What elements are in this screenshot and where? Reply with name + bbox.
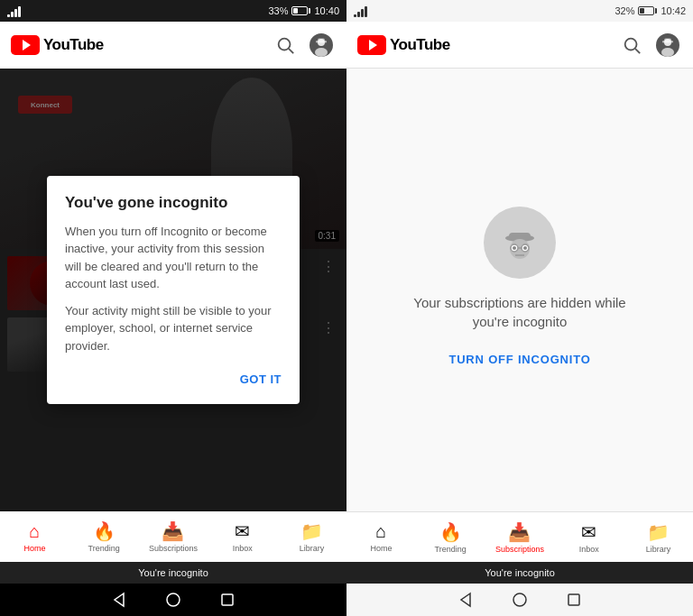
right-search-button[interactable] [617, 31, 646, 60]
nav-home-label: Home [23, 544, 45, 553]
right-back-button[interactable] [457, 591, 475, 609]
right-nav-trending[interactable]: 🔥 Trending [416, 518, 485, 557]
right-account-icon [655, 32, 680, 58]
subscriptions-icon: 📥 [162, 520, 184, 542]
svg-line-11 [635, 49, 640, 53]
search-button[interactable] [271, 31, 300, 60]
right-nav-subscriptions[interactable]: 📥 Subscriptions [485, 518, 555, 557]
right-back-icon [457, 592, 474, 608]
incognito-avatar [484, 207, 556, 279]
right-battery-percent: 32% [614, 5, 634, 16]
left-system-bar [0, 584, 346, 616]
nav-library-label: Library [300, 544, 325, 553]
dialog-body: When you turn off Incognito or become in… [65, 223, 282, 355]
right-bottom-nav: ⌂ Home 🔥 Trending 📥 Subscriptions ✉ Inbo… [346, 511, 693, 562]
right-circle-icon [512, 592, 528, 608]
nav-subscriptions-label: Subscriptions [149, 544, 198, 553]
recents-button[interactable] [218, 591, 236, 609]
signal-icon [354, 5, 367, 17]
left-top-bar: YouTube [0, 22, 346, 69]
svg-point-4 [315, 48, 328, 57]
right-nav-home-label: Home [370, 544, 392, 553]
square-icon [220, 593, 235, 607]
right-recents-button[interactable] [565, 591, 583, 609]
svg-marker-26 [461, 593, 470, 606]
video-area: Konnect 0:31 Imran Khan speech highlight… [0, 69, 346, 511]
nav-inbox[interactable]: ✉ Inbox [208, 517, 277, 556]
trending-icon: 🔥 [93, 520, 116, 542]
right-nav-trending-label: Trending [435, 545, 467, 554]
right-nav-library-label: Library [646, 545, 671, 554]
right-yt-icon [357, 35, 386, 55]
right-search-icon [622, 35, 642, 55]
home-icon: ⌂ [29, 521, 40, 542]
left-time: 10:40 [314, 5, 339, 16]
nav-trending[interactable]: 🔥 Trending [69, 517, 139, 556]
right-youtube-logo: YouTube [357, 35, 450, 55]
left-status-bar: 33% 10:40 [0, 0, 346, 22]
svg-rect-6 [318, 39, 325, 41]
home-button[interactable] [164, 591, 182, 609]
right-incognito-text: You're incognito [485, 567, 555, 578]
right-square-icon [567, 593, 581, 607]
svg-rect-16 [664, 38, 671, 41]
right-yt-play-icon [369, 40, 377, 51]
account-button[interactable] [307, 31, 336, 60]
right-status-bar: 32% 10:42 [346, 0, 693, 22]
right-library-icon: 📁 [647, 521, 670, 543]
search-icon [275, 35, 295, 55]
signal-icon [7, 5, 21, 17]
right-home-icon: ⌂ [375, 521, 386, 542]
left-signal [7, 5, 21, 17]
status-icons: 33% 10:40 [268, 5, 339, 16]
right-nav-home[interactable]: ⌂ Home [346, 518, 416, 556]
right-subscriptions-icon: 📥 [508, 521, 531, 543]
right-inbox-icon: ✉ [581, 521, 596, 543]
right-nav-library[interactable]: 📁 Library [624, 518, 693, 557]
right-nav-subscriptions-label: Subscriptions [495, 545, 544, 554]
right-signal [354, 5, 367, 17]
back-button[interactable] [110, 591, 128, 609]
svg-point-0 [279, 39, 291, 51]
right-top-bar: YouTube [346, 22, 693, 69]
battery-percent: 33% [268, 5, 288, 16]
right-home-button[interactable] [511, 591, 529, 609]
right-nav-inbox[interactable]: ✉ Inbox [554, 518, 624, 557]
svg-point-27 [513, 593, 526, 606]
right-account-button[interactable] [653, 31, 682, 60]
right-time: 10:42 [661, 5, 686, 16]
nav-library[interactable]: 📁 Library [277, 517, 346, 556]
svg-point-14 [661, 48, 674, 57]
nav-trending-label: Trending [88, 544, 120, 553]
nav-home[interactable]: ⌂ Home [0, 518, 69, 556]
yt-play-icon [23, 40, 31, 51]
svg-point-8 [167, 593, 180, 606]
dialog-body-p1: When you turn off Incognito or become in… [65, 223, 282, 293]
svg-point-22 [513, 246, 516, 250]
svg-point-23 [523, 246, 527, 250]
left-bottom-nav: ⌂ Home 🔥 Trending 📥 Subscriptions ✉ Inbo… [0, 511, 346, 562]
got-it-button[interactable]: GOT IT [240, 365, 282, 393]
left-incognito-text: You're incognito [138, 567, 208, 578]
dialog-body-p2: Your activity might still be visible to … [65, 302, 282, 355]
library-icon: 📁 [300, 520, 323, 542]
nav-subscriptions[interactable]: 📥 Subscriptions [139, 517, 208, 556]
right-system-bar [346, 584, 693, 616]
circle-icon [165, 592, 181, 608]
left-incognito-bar: You're incognito [0, 562, 346, 584]
svg-rect-18 [509, 233, 531, 240]
nav-inbox-label: Inbox [233, 544, 253, 553]
right-screen: 32% 10:42 YouTube [346, 0, 693, 616]
youtube-logo: YouTube [11, 35, 104, 55]
dialog-overlay: You've gone incognito When you turn off … [0, 69, 346, 511]
turn-off-incognito-button[interactable]: TURN OFF INCOGNITO [448, 345, 590, 373]
left-screen: 33% 10:40 YouTube [0, 0, 346, 616]
yt-icon [11, 35, 40, 55]
svg-point-10 [625, 38, 637, 50]
dialog-title: You've gone incognito [65, 194, 282, 212]
subscriptions-content: Your subscriptions are hidden while you'… [346, 69, 693, 511]
svg-rect-28 [568, 594, 579, 605]
incognito-icon [497, 220, 542, 265]
account-icon [309, 32, 334, 58]
svg-marker-7 [115, 593, 124, 606]
